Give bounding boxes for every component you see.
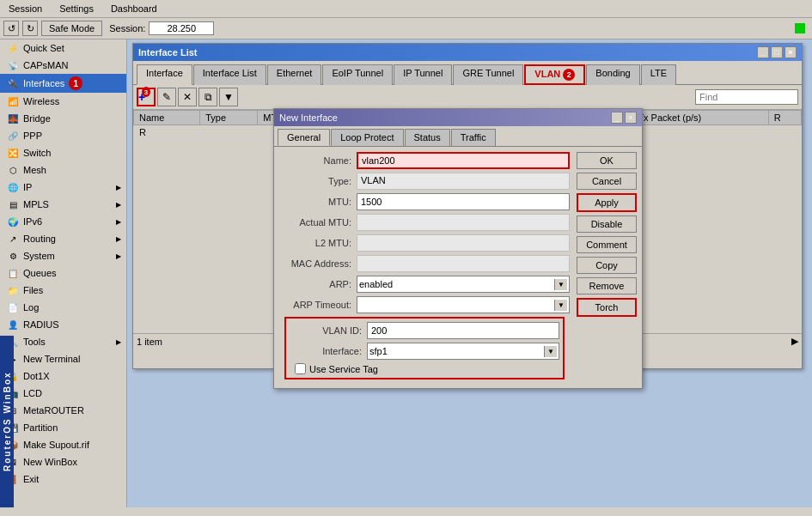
sidebar-item-partition[interactable]: 💾 Partition	[0, 419, 126, 436]
sidebar-item-system[interactable]: ⚙ System	[0, 247, 126, 264]
add-badge: 3	[142, 87, 150, 97]
copy-button[interactable]: Copy	[577, 257, 637, 274]
sidebar-item-ipv6[interactable]: 🌍 IPv6	[0, 213, 126, 230]
undo-button[interactable]: ↺	[3, 21, 19, 36]
name-input[interactable]	[357, 152, 570, 169]
dialog-close[interactable]: ×	[625, 112, 637, 124]
arp-select[interactable]: enabled ▼	[357, 276, 570, 293]
l2-mtu-label: L2 MTU:	[279, 238, 357, 248]
sidebar-label-dot1x: Dot1X	[23, 371, 50, 381]
sidebar-item-dot1x[interactable]: 🔒 Dot1X	[0, 367, 126, 385]
sidebar-item-ppp[interactable]: 🔗 PPP	[0, 127, 126, 144]
safe-mode-button[interactable]: Safe Mode	[41, 21, 102, 36]
switch-icon: 🔀	[7, 147, 19, 159]
type-value: VLAN	[357, 173, 570, 190]
vlan-id-input[interactable]	[367, 322, 559, 339]
tab-gre-tunnel[interactable]: GRE Tunnel	[453, 64, 523, 85]
torch-button[interactable]: Torch	[577, 298, 637, 317]
sidebar-label-mpls: MPLS	[23, 199, 49, 209]
tab-ip-tunnel[interactable]: IP Tunnel	[394, 64, 452, 85]
use-service-tag-checkbox[interactable]	[295, 363, 306, 374]
sidebar-item-capsman[interactable]: 📡 CAPsMAN	[0, 57, 126, 74]
sidebar-item-lcd[interactable]: 📺 LCD	[0, 385, 126, 402]
tab-eoip-tunnel[interactable]: EoIP Tunnel	[322, 64, 393, 85]
arp-timeout-arrow: ▼	[554, 300, 567, 311]
tab-lte[interactable]: LTE	[641, 64, 676, 85]
edit-button[interactable]: ✎	[157, 88, 176, 106]
cell-r	[768, 125, 801, 140]
clone-button[interactable]: ⧉	[198, 88, 217, 106]
redo-button[interactable]: ↻	[22, 21, 38, 36]
mac-value	[357, 255, 570, 272]
sidebar-item-radius[interactable]: 👤 RADIUS	[0, 316, 126, 333]
tab-vlan[interactable]: VLAN 2	[524, 64, 585, 85]
sidebar-item-mesh[interactable]: ⬡ Mesh	[0, 161, 126, 179]
arp-timeout-select[interactable]: ▼	[357, 296, 570, 313]
col-tx-packet[interactable]: Tx Packet (p/s)	[632, 111, 768, 125]
find-input[interactable]	[695, 89, 798, 105]
sidebar-item-queues[interactable]: 📋 Queues	[0, 264, 126, 282]
tab-interface-list[interactable]: Interface List	[193, 64, 266, 85]
tab-bonding[interactable]: Bonding	[586, 64, 639, 85]
sidebar-item-quick-set[interactable]: ⚡ Quick Set	[0, 39, 126, 57]
interface-label: Interface:	[290, 346, 367, 356]
menu-session[interactable]: Session	[3, 2, 47, 15]
dialog-tab-general[interactable]: General	[278, 129, 330, 146]
close-button[interactable]: ×	[785, 46, 797, 58]
tab-interface[interactable]: Interface	[137, 64, 192, 85]
dialog-minimize[interactable]: _	[611, 112, 623, 124]
tab-ethernet[interactable]: Ethernet	[267, 64, 322, 85]
dialog-window-controls: _ ×	[611, 112, 637, 124]
sidebar-item-files[interactable]: 📁 Files	[0, 282, 126, 299]
type-label: Type:	[279, 176, 357, 186]
form-row-interface: Interface: sfp1 ▼	[290, 343, 559, 360]
sidebar-item-tools[interactable]: 🔧 Tools	[0, 333, 126, 350]
delete-button[interactable]: ✕	[178, 88, 197, 106]
dialog-body: Name: Type: VLAN MTU: Actual MTU:	[274, 147, 642, 388]
sidebar-item-bridge[interactable]: 🌉 Bridge	[0, 110, 126, 127]
dialog-tab-loop-protect[interactable]: Loop Protect	[331, 129, 403, 146]
cancel-button[interactable]: Cancel	[577, 173, 637, 190]
sidebar-item-exit[interactable]: 🚪 Exit	[0, 470, 126, 488]
form-row-type: Type: VLAN	[279, 173, 570, 190]
form-row-l2-mtu: L2 MTU:	[279, 234, 570, 252]
dialog-form: Name: Type: VLAN MTU: Actual MTU:	[279, 152, 570, 383]
interface-select[interactable]: sfp1 ▼	[367, 343, 559, 360]
mtu-input[interactable]	[357, 193, 570, 210]
sidebar-label-metarouter: MetaROUTER	[23, 405, 84, 416]
scroll-right[interactable]: ▶	[791, 336, 798, 347]
content-area: Interface List _ □ × Interface Interface…	[127, 39, 812, 507]
filter-button[interactable]: ▼	[219, 88, 238, 106]
sidebar-item-mpls[interactable]: ▤ MPLS	[0, 196, 126, 213]
minimize-button[interactable]: _	[757, 46, 769, 58]
apply-button[interactable]: Apply	[577, 193, 637, 212]
sidebar-item-routing[interactable]: ↗ Routing	[0, 230, 126, 247]
dialog-tab-traffic[interactable]: Traffic	[451, 129, 496, 146]
cell-name: R	[134, 125, 200, 140]
sidebar-item-make-supout[interactable]: 📦 Make Supout.rif	[0, 436, 126, 453]
sidebar-label-exit: Exit	[23, 474, 39, 484]
disable-button[interactable]: Disable	[577, 216, 637, 233]
dialog-title: New Interface _ ×	[274, 109, 642, 126]
ok-button[interactable]: OK	[577, 152, 637, 169]
col-r[interactable]: R	[768, 111, 801, 125]
menu-dashboard[interactable]: Dashboard	[106, 2, 162, 15]
queues-icon: 📋	[7, 267, 19, 279]
comment-button[interactable]: Comment	[577, 236, 637, 253]
add-interface-button[interactable]: + 3	[137, 88, 156, 106]
sidebar-item-log[interactable]: 📄 Log	[0, 299, 126, 316]
sidebar-label-ipv6: IPv6	[23, 216, 42, 227]
maximize-button[interactable]: □	[771, 46, 783, 58]
sidebar-item-ip[interactable]: 🌐 IP	[0, 179, 126, 196]
col-name[interactable]: Name	[134, 111, 200, 125]
sidebar-item-wireless[interactable]: 📶 Wireless	[0, 93, 126, 110]
col-type[interactable]: Type	[200, 111, 258, 125]
dialog-tab-status[interactable]: Status	[405, 129, 450, 146]
sidebar-item-new-terminal[interactable]: ▶ New Terminal	[0, 350, 126, 367]
menu-settings[interactable]: Settings	[54, 2, 99, 15]
remove-button[interactable]: Remove	[577, 277, 637, 294]
sidebar-item-metarouter[interactable]: ⊞ MetaROUTER	[0, 402, 126, 419]
sidebar-item-switch[interactable]: 🔀 Switch	[0, 144, 126, 161]
sidebar-item-interfaces[interactable]: 🔌 Interfaces 1	[0, 74, 126, 93]
sidebar-item-new-winbox[interactable]: 🖥 New WinBox	[0, 453, 126, 470]
